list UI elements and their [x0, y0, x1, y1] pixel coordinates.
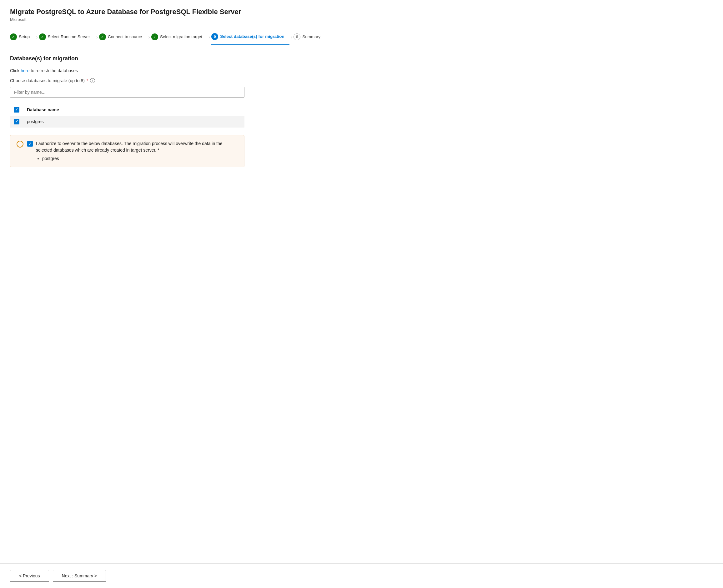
header-checkbox-cell [10, 104, 23, 115]
filter-input[interactable] [10, 87, 244, 98]
table-body: postgres [10, 115, 244, 128]
step-db-icon: 5 [211, 33, 218, 40]
step-summary-icon: 6 [294, 34, 300, 40]
footer: < Previous Next : Summary > [0, 563, 723, 588]
step-connect-icon: ✓ [99, 34, 106, 40]
step-summary[interactable]: 6 Summary [294, 30, 325, 45]
auth-content: I authorize to overwrite the below datab… [27, 140, 238, 162]
row-checkbox-cell [10, 115, 23, 128]
refresh-text-suffix: to refresh the databases [30, 68, 78, 73]
step-runtime-icon: ✓ [39, 34, 46, 40]
app-title: Migrate PostgreSQL to Azure Database for… [10, 7, 365, 17]
previous-button[interactable]: < Previous [10, 570, 49, 582]
refresh-link[interactable]: here [21, 68, 29, 73]
auth-db-list: postgres [42, 155, 238, 162]
step-connect-source[interactable]: ✓ Connect to source [99, 30, 147, 45]
step-runtime-server[interactable]: ✓ Select Runtime Server [39, 30, 95, 45]
step-target-label: Select migration target [160, 35, 202, 39]
table-row: postgres [10, 115, 244, 128]
table-header: Database name [10, 104, 244, 115]
app-subtitle: Microsoft [10, 17, 365, 22]
refresh-text-prefix: Click [10, 68, 19, 73]
app-header: Migrate PostgreSQL to Azure Database for… [10, 7, 365, 22]
auth-checkbox[interactable] [27, 141, 33, 147]
row-checkbox-postgres[interactable] [14, 119, 19, 124]
auth-db-item: postgres [42, 155, 238, 162]
step-select-databases[interactable]: 5 Select database(s) for migration [211, 29, 290, 45]
authorization-box: i I authorize to overwrite the below dat… [10, 135, 244, 167]
required-star: * [87, 78, 88, 83]
wizard-stepper: ✓ Setup › ✓ Select Runtime Server › ✓ Co… [10, 29, 365, 45]
row-dbname-postgres: postgres [23, 115, 244, 128]
auth-warning-icon: i [17, 141, 23, 148]
sep-2: › [95, 35, 99, 40]
sep-1: › [35, 35, 39, 40]
section-title: Database(s) for migration [10, 55, 365, 62]
info-icon: i [90, 78, 95, 83]
sep-4: › [207, 35, 211, 40]
sep-3: › [147, 35, 151, 40]
step-connect-label: Connect to source [108, 35, 142, 39]
step-setup[interactable]: ✓ Setup [10, 30, 35, 45]
step-runtime-label: Select Runtime Server [48, 35, 90, 39]
database-table: Database name postgres [10, 104, 244, 128]
auth-text-main: I authorize to overwrite the below datab… [36, 141, 222, 152]
step-setup-label: Setup [19, 35, 30, 39]
step-target-icon: ✓ [151, 34, 158, 40]
refresh-line: Click here to refresh the databases [10, 68, 365, 73]
choose-label-text: Choose databases to migrate (up to 8) [10, 78, 85, 83]
step-summary-label: Summary [302, 35, 320, 39]
choose-label: Choose databases to migrate (up to 8) * … [10, 78, 365, 83]
column-header-dbname: Database name [23, 104, 244, 115]
select-all-checkbox[interactable] [14, 107, 19, 112]
sep-5: › [290, 35, 294, 40]
next-button[interactable]: Next : Summary > [53, 570, 106, 582]
step-migration-target[interactable]: ✓ Select migration target [151, 30, 207, 45]
auth-text-block: I authorize to overwrite the below datab… [36, 140, 238, 162]
step-setup-icon: ✓ [10, 34, 17, 40]
step-db-label: Select database(s) for migration [220, 34, 284, 39]
